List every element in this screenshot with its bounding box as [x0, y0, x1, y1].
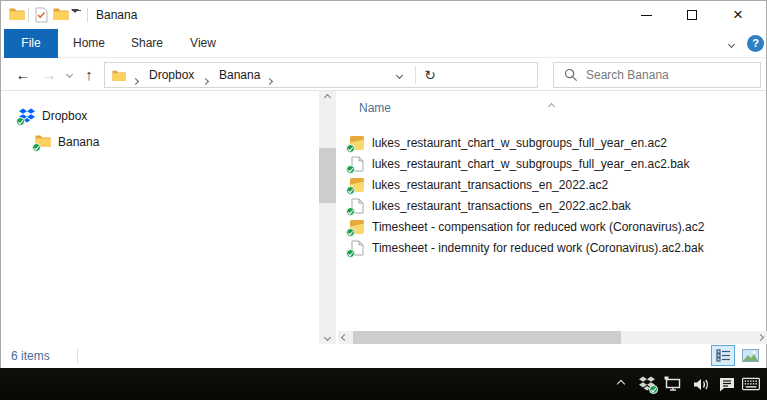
thumbnails-view-icon: [742, 349, 759, 362]
expand-ribbon-chevron-icon[interactable]: [719, 34, 743, 54]
search-box[interactable]: [553, 62, 761, 88]
scroll-down-icon[interactable]: [319, 331, 336, 344]
breadcrumb-banana[interactable]: Banana: [217, 63, 262, 87]
breadcrumb-dropbox[interactable]: Dropbox: [147, 63, 196, 87]
ac2-file-icon: [349, 135, 365, 151]
sidebar-item-banana[interactable]: Banana: [35, 132, 99, 152]
file-row[interactable]: lukes_restaurant_transactions_en_2022.ac…: [349, 195, 759, 216]
tray-dropbox-icon[interactable]: [638, 375, 656, 393]
close-button[interactable]: ×: [715, 1, 761, 29]
sidebar-item-label: Banana: [58, 135, 99, 149]
file-name: Timesheet - indemnity for reduced work (…: [372, 241, 704, 255]
help-icon[interactable]: ?: [747, 35, 764, 52]
window-title: Banana: [96, 1, 137, 29]
details-view-icon: [716, 349, 731, 362]
recent-locations-chevron-icon[interactable]: [61, 58, 77, 91]
ac2-file-icon: [349, 219, 365, 235]
file-row[interactable]: lukes_restaurant_transactions_en_2022.ac…: [349, 174, 759, 195]
scroll-up-icon[interactable]: [319, 91, 336, 104]
tray-volume-icon[interactable]: [692, 375, 710, 393]
status-bar: 6 items: [1, 344, 766, 368]
folder-icon: [35, 134, 51, 150]
minimize-button[interactable]: [623, 1, 669, 29]
title-bar: Banana ×: [1, 1, 766, 29]
sync-ok-badge: [346, 228, 355, 237]
file-name: lukes_restaurant_chart_w_subgroups_full_…: [372, 136, 667, 150]
ac2-file-icon: [349, 177, 365, 193]
file-name: lukes_restaurant_chart_w_subgroups_full_…: [372, 157, 690, 171]
details-view-button[interactable]: [711, 345, 735, 366]
file-row[interactable]: Timesheet - compensation for reduced wor…: [349, 216, 759, 237]
forward-button[interactable]: →: [37, 58, 61, 91]
tray-action-center-icon[interactable]: [718, 375, 736, 393]
qat-customize-dropdown-icon[interactable]: [71, 10, 82, 27]
thumbnails-view-button[interactable]: [738, 345, 762, 366]
desktop-taskbar-strip: [0, 368, 767, 400]
explorer-window: Banana × File Home Share View ? ← → ↑: [0, 0, 767, 368]
sort-ascending-icon[interactable]: [549, 98, 554, 112]
file-name: lukes_restaurant_transactions_en_2022.ac…: [372, 199, 631, 213]
tab-home[interactable]: Home: [61, 29, 117, 58]
breadcrumb-chevron-icon[interactable]: [133, 73, 138, 87]
scroll-left-icon[interactable]: [338, 331, 351, 344]
maximize-button[interactable]: [669, 1, 715, 29]
tray-network-icon[interactable]: [664, 375, 682, 393]
scroll-right-icon[interactable]: [754, 331, 767, 344]
sidebar-item-label: Dropbox: [42, 109, 87, 123]
sync-ok-badge: [346, 165, 355, 174]
refresh-icon[interactable]: ↻: [416, 63, 444, 87]
dropbox-icon: [19, 108, 35, 124]
qat-new-folder-icon[interactable]: [53, 7, 69, 24]
breadcrumb-chevron-icon[interactable]: [203, 73, 208, 87]
bak-file-icon: [349, 198, 365, 214]
tab-share[interactable]: Share: [119, 29, 175, 58]
window-folder-icon: [9, 7, 25, 24]
sync-ok-badge: [16, 117, 25, 126]
search-icon: [564, 68, 578, 82]
screen: Banana × File Home Share View ? ← → ↑: [0, 0, 767, 400]
breadcrumb-chevron-icon[interactable]: [267, 73, 272, 87]
sync-ok-badge: [346, 207, 355, 216]
bak-file-icon: [349, 156, 365, 172]
sidebar-scrollbar[interactable]: [319, 91, 336, 344]
tray-touch-keyboard-icon[interactable]: [742, 375, 760, 393]
sync-ok-badge: [346, 249, 355, 258]
sync-ok-badge: [32, 143, 41, 152]
back-button[interactable]: ←: [11, 58, 35, 91]
main-area: Dropbox Banana Name: [1, 91, 766, 344]
separator: [87, 8, 88, 22]
tab-file[interactable]: File: [4, 29, 58, 58]
column-header-name[interactable]: Name: [359, 101, 391, 115]
bak-file-icon: [349, 240, 365, 256]
separator: [28, 8, 29, 22]
tab-view[interactable]: View: [177, 29, 229, 58]
filelist-horizontal-scrollbar[interactable]: [338, 331, 767, 344]
up-button[interactable]: ↑: [77, 58, 101, 91]
folder-icon: [112, 69, 126, 85]
navigation-bar: ← → ↑ Dropbox Banana ↻: [1, 58, 766, 91]
address-dropdown-chevron-icon[interactable]: [385, 63, 413, 87]
file-row[interactable]: lukes_restaurant_chart_w_subgroups_full_…: [349, 153, 759, 174]
file-row[interactable]: lukes_restaurant_chart_w_subgroups_full_…: [349, 132, 759, 153]
file-name: Timesheet - compensation for reduced wor…: [372, 220, 704, 234]
separator: [77, 348, 78, 364]
scrollbar-thumb[interactable]: [353, 331, 621, 344]
sync-ok-badge: [346, 144, 355, 153]
item-count: 6 items: [11, 344, 50, 368]
file-name: lukes_restaurant_transactions_en_2022.ac…: [372, 178, 608, 192]
hidden-icons-chevron-icon[interactable]: [612, 375, 630, 393]
qat-properties-icon[interactable]: [34, 7, 48, 26]
address-bar[interactable]: Dropbox Banana ↻: [104, 62, 538, 88]
ribbon-tab-bar: File Home Share View ?: [1, 29, 766, 58]
file-row[interactable]: Timesheet - indemnity for reduced work (…: [349, 237, 759, 258]
sync-ok-badge: [649, 385, 658, 394]
sync-ok-badge: [346, 186, 355, 195]
search-input[interactable]: [586, 63, 756, 87]
sidebar-item-dropbox[interactable]: Dropbox: [19, 106, 87, 126]
scrollbar-thumb[interactable]: [319, 148, 336, 203]
